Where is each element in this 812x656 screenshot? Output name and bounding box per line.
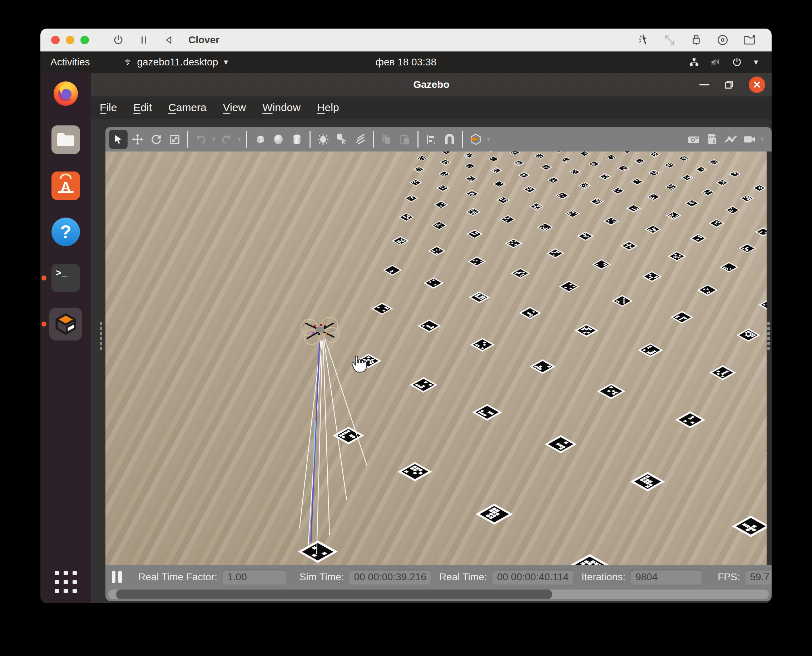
- clover-drone[interactable]: [293, 314, 443, 565]
- clock[interactable]: фев 18 03:38: [376, 51, 436, 73]
- insert-box-button[interactable]: [251, 130, 269, 149]
- aruco-marker[interactable]: [590, 198, 604, 206]
- aruco-marker[interactable]: [514, 160, 525, 166]
- undo-history-button[interactable]: ▾: [210, 136, 217, 143]
- resize-icon[interactable]: [664, 34, 676, 46]
- aruco-marker[interactable]: [298, 541, 338, 563]
- aruco-marker[interactable]: [468, 256, 486, 266]
- aruco-marker[interactable]: [701, 189, 714, 196]
- dock-item-files[interactable]: [49, 123, 82, 156]
- aruco-marker[interactable]: [438, 171, 450, 178]
- aruco-marker[interactable]: [569, 168, 580, 175]
- video-record-dropdown[interactable]: ▾: [759, 136, 766, 143]
- aruco-marker[interactable]: [428, 246, 445, 256]
- aruco-marker[interactable]: [678, 155, 689, 161]
- aruco-marker[interactable]: [518, 172, 530, 179]
- aruco-marker[interactable]: [681, 174, 693, 181]
- aruco-marker[interactable]: [720, 262, 739, 273]
- aruco-marker[interactable]: [599, 173, 611, 180]
- aruco-marker[interactable]: [493, 180, 506, 187]
- pause-button[interactable]: [112, 571, 122, 583]
- aruco-marker[interactable]: [470, 338, 494, 352]
- aruco-marker[interactable]: [371, 303, 393, 315]
- dock-item-terminal[interactable]: >_: [49, 261, 82, 294]
- menu-camera[interactable]: Camera: [163, 99, 212, 116]
- aruco-marker[interactable]: [500, 215, 515, 224]
- dock-item-help[interactable]: ?: [49, 215, 82, 248]
- aruco-marker[interactable]: [431, 221, 447, 230]
- aruco-marker[interactable]: [645, 225, 661, 234]
- aruco-marker[interactable]: [472, 404, 502, 421]
- aruco-marker[interactable]: [666, 211, 681, 220]
- redo-button[interactable]: [217, 130, 236, 149]
- aruco-marker[interactable]: [399, 213, 414, 221]
- log-record-button[interactable]: LOG: [703, 130, 722, 149]
- aruco-marker[interactable]: [671, 311, 693, 323]
- close-window-button[interactable]: [51, 36, 60, 44]
- aruco-marker[interactable]: [547, 248, 564, 258]
- dock-item-firefox[interactable]: [49, 77, 82, 110]
- aruco-marker[interactable]: [410, 377, 437, 392]
- spot-light-button[interactable]: [332, 130, 351, 149]
- aruco-marker[interactable]: [612, 187, 625, 195]
- aruco-marker[interactable]: [436, 184, 449, 192]
- minimize-window-button[interactable]: [66, 36, 74, 44]
- aruco-marker[interactable]: [740, 195, 754, 202]
- aruco-marker[interactable]: [592, 259, 611, 269]
- aruco-marker[interactable]: [716, 179, 728, 187]
- scrollbar-thumb[interactable]: [116, 589, 552, 599]
- plot-button[interactable]: [722, 130, 740, 149]
- aruco-marker[interactable]: [675, 411, 705, 428]
- aruco-marker[interactable]: [505, 238, 522, 248]
- left-panel-splitter[interactable]: [100, 322, 102, 350]
- dock-item-gazebo[interactable]: [49, 308, 82, 340]
- aruco-marker[interactable]: [648, 169, 660, 176]
- aruco-marker[interactable]: [620, 241, 638, 251]
- aruco-marker[interactable]: [638, 343, 663, 357]
- dock-item-ubuntu-software[interactable]: A: [49, 169, 82, 202]
- aruco-marker[interactable]: [559, 281, 579, 292]
- vm-back-icon[interactable]: [163, 35, 174, 45]
- aruco-marker[interactable]: [647, 193, 660, 200]
- menu-file[interactable]: File: [94, 99, 122, 116]
- right-panel-splitter[interactable]: [767, 322, 770, 350]
- paste-button[interactable]: [396, 130, 414, 149]
- aruco-marker[interactable]: [755, 227, 767, 236]
- aruco-marker[interactable]: [642, 271, 662, 282]
- aruco-marker[interactable]: [468, 291, 490, 303]
- disc-icon[interactable]: [717, 34, 729, 46]
- aruco-marker[interactable]: [709, 159, 720, 165]
- aruco-marker[interactable]: [668, 251, 686, 261]
- aruco-marker[interactable]: [618, 165, 629, 172]
- aruco-marker[interactable]: [697, 285, 717, 296]
- aruco-marker[interactable]: [418, 319, 441, 332]
- aruco-marker[interactable]: [547, 176, 559, 183]
- aruco-marker[interactable]: [333, 427, 364, 444]
- view-angle-button[interactable]: [466, 130, 485, 149]
- zoom-window-button[interactable]: [81, 36, 89, 44]
- aruco-marker[interactable]: [413, 166, 425, 173]
- vm-pause-icon[interactable]: [138, 35, 149, 45]
- aruco-marker[interactable]: [510, 152, 520, 155]
- aruco-marker[interactable]: [753, 184, 766, 192]
- aruco-marker[interactable]: [710, 365, 736, 380]
- activities-button[interactable]: Activities: [40, 51, 100, 73]
- aruco-marker[interactable]: [383, 265, 402, 275]
- shared-folder-icon[interactable]: [743, 34, 756, 46]
- pointer-capture-icon[interactable]: [637, 34, 649, 46]
- copy-button[interactable]: [377, 130, 396, 149]
- aruco-marker[interactable]: [475, 504, 513, 525]
- gazebo-titlebar[interactable]: Gazebo ✕: [91, 73, 772, 96]
- aruco-marker[interactable]: [758, 299, 767, 311]
- align-button[interactable]: [422, 130, 440, 149]
- aruco-marker[interactable]: [535, 153, 545, 159]
- aruco-marker[interactable]: [511, 268, 530, 279]
- aruco-marker[interactable]: [649, 152, 660, 157]
- aruco-marker[interactable]: [685, 200, 699, 207]
- aruco-marker[interactable]: [588, 161, 599, 167]
- close-icon[interactable]: ✕: [749, 76, 765, 93]
- restore-icon[interactable]: [724, 79, 735, 90]
- menu-window[interactable]: Window: [257, 99, 306, 116]
- vm-power-icon[interactable]: [113, 34, 124, 46]
- aruco-marker[interactable]: [709, 219, 724, 227]
